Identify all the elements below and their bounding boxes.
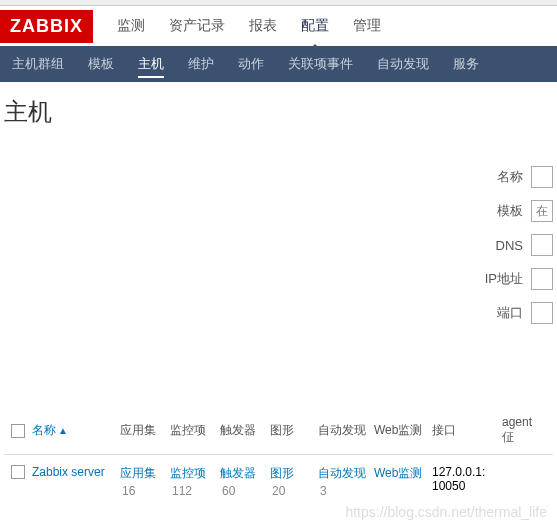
subnav-discovery[interactable]: 自动发现 <box>365 46 441 82</box>
trigger-link[interactable]: 触发器 <box>220 465 270 482</box>
app-count: 16 <box>122 484 170 498</box>
app-link[interactable]: 应用集 <box>120 465 170 482</box>
filter-ip-label: IP地址 <box>485 270 523 288</box>
subnav-services[interactable]: 服务 <box>441 46 491 82</box>
header: ZABBIX 监测 资产记录 报表 配置 管理 <box>0 6 557 46</box>
filter-template-input[interactable] <box>531 200 553 222</box>
th-graph: 图形 <box>270 422 318 439</box>
web-link[interactable]: Web监测 <box>374 466 422 480</box>
checkbox-row[interactable] <box>11 465 25 479</box>
filter-template-label: 模板 <box>497 202 523 220</box>
filter-dns-label: DNS <box>496 238 523 253</box>
nav-inventory[interactable]: 资产记录 <box>157 7 237 45</box>
table-row: Zabbix server 应用集 16 监控项 112 触发器 60 图形 2… <box>4 455 553 508</box>
filter-form: 名称 模板 DNS IP地址 端口 <box>0 146 557 367</box>
graph-count: 20 <box>272 484 318 498</box>
monitor-link[interactable]: 监控项 <box>170 465 220 482</box>
filter-port-input[interactable] <box>531 302 553 324</box>
sort-asc-icon: ▲ <box>58 425 68 436</box>
sub-nav: 主机群组 模板 主机 维护 动作 关联项事件 自动发现 服务 <box>0 46 557 82</box>
interface-value: 127.0.0.1: 10050 <box>432 465 502 493</box>
hosts-table: 名称▲ 应用集 监控项 触发器 图形 自动发现 Web监测 接口 agent佂 … <box>0 407 557 508</box>
checkbox-all[interactable] <box>11 424 25 438</box>
subnav-hostgroups[interactable]: 主机群组 <box>0 46 76 82</box>
auto-count: 3 <box>320 484 374 498</box>
th-interface: 接口 <box>432 422 502 439</box>
th-monitor: 监控项 <box>170 422 220 439</box>
filter-port-label: 端口 <box>497 304 523 322</box>
th-app: 应用集 <box>120 422 170 439</box>
trigger-count: 60 <box>222 484 270 498</box>
nav-reports[interactable]: 报表 <box>237 7 289 45</box>
subnav-maintenance[interactable]: 维护 <box>176 46 226 82</box>
subnav-correlation[interactable]: 关联项事件 <box>276 46 365 82</box>
auto-link[interactable]: 自动发现 <box>318 465 374 482</box>
graph-link[interactable]: 图形 <box>270 465 318 482</box>
nav-monitor[interactable]: 监测 <box>105 7 157 45</box>
table-header: 名称▲ 应用集 监控项 触发器 图形 自动发现 Web监测 接口 agent佂 <box>4 407 553 455</box>
nav-admin[interactable]: 管理 <box>341 7 393 45</box>
host-name-link[interactable]: Zabbix server <box>32 465 120 479</box>
th-web: Web监测 <box>374 422 432 439</box>
filter-dns-input[interactable] <box>531 234 553 256</box>
nav-config[interactable]: 配置 <box>289 7 341 45</box>
filter-name-input[interactable] <box>531 166 553 188</box>
monitor-count: 112 <box>172 484 220 498</box>
main-nav: 监测 资产记录 报表 配置 管理 <box>105 7 393 45</box>
th-name[interactable]: 名称▲ <box>32 422 120 439</box>
th-auto: 自动发现 <box>318 422 374 439</box>
watermark: https://blog.csdn.net/thermal_life <box>345 504 547 508</box>
subnav-templates[interactable]: 模板 <box>76 46 126 82</box>
zabbix-logo[interactable]: ZABBIX <box>0 10 93 43</box>
th-agent: agent佂 <box>502 415 542 446</box>
th-trigger: 触发器 <box>220 422 270 439</box>
subnav-hosts[interactable]: 主机 <box>126 46 176 82</box>
filter-name-label: 名称 <box>497 168 523 186</box>
subnav-actions[interactable]: 动作 <box>226 46 276 82</box>
page-title: 主机 <box>0 82 557 146</box>
filter-ip-input[interactable] <box>531 268 553 290</box>
